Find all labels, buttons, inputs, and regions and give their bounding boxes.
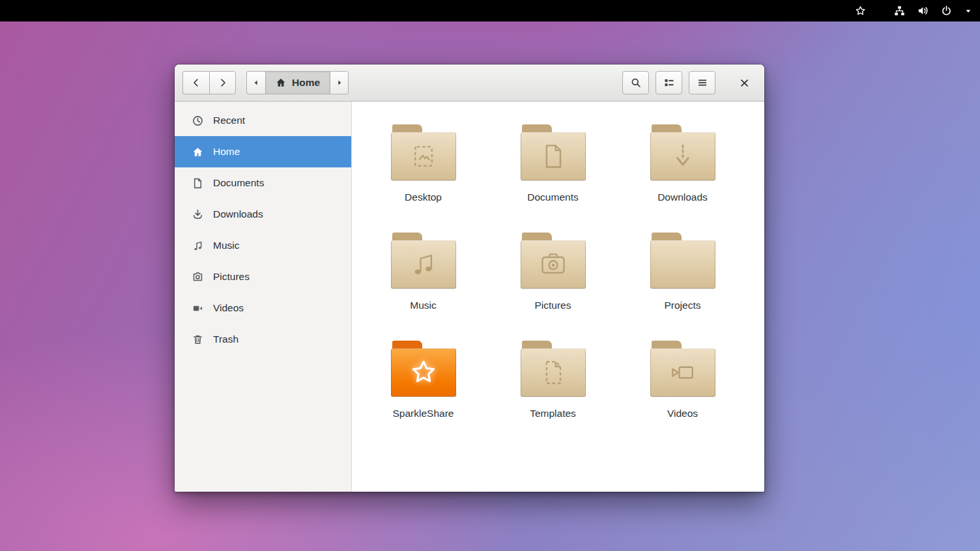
back-button[interactable]	[182, 71, 209, 94]
folder-icon	[391, 119, 456, 186]
sidebar-item-label: Videos	[213, 302, 244, 314]
folder-icon	[391, 335, 456, 403]
sidebar: RecentHomeDocumentsDownloadsMusicPicture…	[175, 102, 352, 492]
emblem-documents-icon	[521, 132, 586, 180]
file-browser-content: DesktopDocumentsDownloadsMusicPicturesPr…	[352, 102, 764, 492]
home-icon	[192, 147, 203, 158]
path-scroll-right-button[interactable]	[330, 71, 349, 94]
sidebar-item-trash[interactable]: Trash	[175, 324, 351, 355]
search-button[interactable]	[622, 71, 649, 94]
file-name: Videos	[667, 408, 698, 419]
headerbar-actions	[622, 71, 715, 94]
folder-icon	[391, 227, 456, 294]
search-icon	[631, 78, 641, 88]
sidebar-item-label: Music	[213, 240, 239, 251]
power-icon[interactable]	[941, 5, 952, 16]
files-window: Home RecentHomeDocumentsDownloadsMusicPi…	[175, 64, 764, 492]
clock-icon	[192, 115, 203, 126]
trash-icon	[192, 334, 203, 345]
downloads-icon	[192, 209, 203, 220]
view-list-icon	[664, 78, 674, 88]
sidebar-item-label: Pictures	[213, 271, 250, 283]
triangle-right-icon	[334, 78, 345, 88]
home-icon	[276, 78, 286, 88]
caret-down-icon[interactable]	[964, 7, 972, 15]
file-name: Music	[410, 300, 436, 311]
view-toggle-button[interactable]	[656, 71, 682, 94]
sidebar-item-label: Documents	[213, 177, 264, 189]
folder-icon	[521, 227, 586, 294]
sidebar-item-pictures[interactable]: Pictures	[175, 261, 351, 292]
sidebar-item-home[interactable]: Home	[175, 136, 351, 167]
folder-icon	[521, 119, 586, 186]
triangle-left-icon	[251, 78, 261, 88]
sidebar-item-recent[interactable]: Recent	[175, 105, 351, 136]
file-item-pictures[interactable]: Pictures	[488, 219, 618, 327]
file-item-music[interactable]: Music	[358, 219, 488, 327]
folder-icon	[650, 119, 715, 186]
system-top-bar	[0, 0, 980, 21]
file-name: SparkleShare	[393, 408, 454, 419]
current-location-label: Home	[292, 77, 320, 89]
sidebar-item-label: Downloads	[213, 208, 263, 220]
back-icon	[191, 78, 201, 88]
forward-icon	[218, 78, 228, 88]
menu-button[interactable]	[689, 71, 715, 94]
close-icon	[739, 78, 750, 89]
sidebar-item-documents[interactable]: Documents	[175, 167, 351, 199]
file-item-projects[interactable]: Projects	[618, 219, 747, 327]
document-icon	[192, 178, 203, 189]
emblem-star-icon	[391, 348, 456, 397]
file-name: Desktop	[405, 191, 442, 203]
close-window-button[interactable]	[732, 70, 757, 95]
path-scroll-left-button[interactable]	[246, 71, 265, 94]
forward-button[interactable]	[209, 71, 236, 94]
file-item-sparkleshare[interactable]: SparkleShare	[358, 327, 488, 435]
file-name: Projects	[665, 300, 701, 311]
sidebar-item-label: Trash	[213, 333, 238, 345]
video-icon	[192, 303, 203, 314]
emblem-videos-icon	[650, 348, 715, 397]
folder-icon	[650, 335, 715, 403]
file-name: Pictures	[535, 300, 571, 311]
headerbar[interactable]: Home	[175, 64, 764, 102]
emblem-downloads-icon	[650, 132, 715, 180]
music-icon	[192, 240, 203, 251]
file-item-documents[interactable]: Documents	[488, 111, 618, 219]
file-item-templates[interactable]: Templates	[488, 327, 618, 435]
sidebar-item-downloads[interactable]: Downloads	[175, 199, 351, 230]
sidebar-item-music[interactable]: Music	[175, 230, 351, 261]
file-name: Templates	[530, 408, 576, 419]
emblem-desktop-icon	[391, 132, 456, 180]
file-grid: DesktopDocumentsDownloadsMusicPicturesPr…	[352, 102, 764, 435]
favorites-star-icon[interactable]	[855, 5, 866, 16]
emblem-templates-icon	[521, 348, 586, 397]
path-bar: Home	[246, 71, 349, 94]
sidebar-item-videos[interactable]: Videos	[175, 292, 351, 324]
emblem-pictures-icon	[521, 240, 586, 289]
volume-icon[interactable]	[917, 5, 929, 16]
file-name: Documents	[527, 191, 578, 203]
path-home-button[interactable]: Home	[265, 71, 330, 94]
file-name: Downloads	[657, 191, 708, 203]
hamburger-menu-icon	[697, 78, 708, 88]
folder-icon	[650, 227, 715, 294]
sidebar-item-label: Home	[213, 146, 240, 158]
sidebar-item-label: Recent	[213, 115, 245, 126]
file-item-desktop[interactable]: Desktop	[358, 111, 488, 219]
network-icon[interactable]	[894, 5, 905, 16]
camera-icon	[192, 272, 203, 283]
emblem-music-icon	[391, 240, 456, 289]
folder-icon	[521, 335, 586, 403]
file-item-videos[interactable]: Videos	[618, 327, 747, 435]
history-nav	[182, 71, 236, 94]
file-item-downloads[interactable]: Downloads	[618, 111, 747, 219]
